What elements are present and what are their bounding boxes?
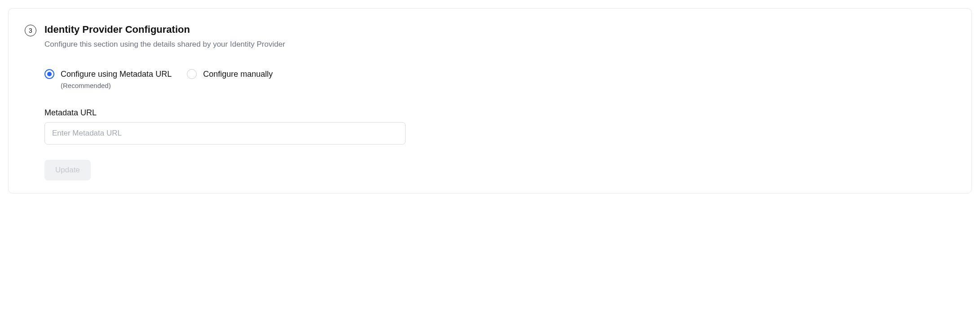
- metadata-url-input[interactable]: [44, 122, 406, 145]
- update-button[interactable]: Update: [44, 160, 91, 180]
- header-text-group: Identity Provider Configuration Configur…: [44, 24, 955, 49]
- radio-sublabel-recommended: (Recommended): [61, 82, 172, 89]
- radio-circle-icon: [187, 69, 197, 79]
- radio-dot-icon: [47, 72, 52, 76]
- step-number: 3: [29, 27, 32, 34]
- action-row: Update: [44, 160, 955, 180]
- config-mode-radio-group: Configure using Metadata URL (Recommende…: [44, 69, 955, 89]
- section-subtitle: Configure this section using the details…: [44, 40, 955, 49]
- step-number-badge: 3: [25, 25, 36, 36]
- idp-config-card: 3 Identity Provider Configuration Config…: [8, 8, 972, 193]
- radio-option-metadata-url[interactable]: Configure using Metadata URL (Recommende…: [44, 69, 172, 89]
- section-title: Identity Provider Configuration: [44, 24, 955, 35]
- radio-label-manual: Configure manually: [203, 69, 273, 80]
- metadata-url-label: Metadata URL: [44, 108, 955, 118]
- radio-label-group: Configure manually: [203, 69, 273, 80]
- radio-circle-icon: [44, 69, 54, 79]
- radio-label-group: Configure using Metadata URL (Recommende…: [61, 69, 172, 89]
- config-content: Configure using Metadata URL (Recommende…: [44, 69, 955, 180]
- radio-label-metadata: Configure using Metadata URL: [61, 69, 172, 80]
- metadata-url-field: Metadata URL: [44, 108, 955, 145]
- step-header: 3 Identity Provider Configuration Config…: [25, 24, 955, 49]
- radio-option-manual[interactable]: Configure manually: [187, 69, 273, 80]
